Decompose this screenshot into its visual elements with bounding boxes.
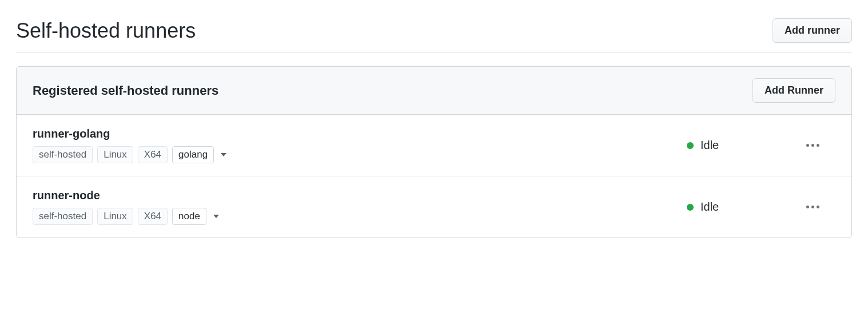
status-dot-icon bbox=[687, 204, 694, 211]
runner-status: Idle bbox=[687, 200, 790, 214]
runner-tags: self-hosted Linux X64 golang bbox=[33, 146, 687, 163]
runner-custom-tag-dropdown[interactable]: node bbox=[172, 208, 206, 225]
runner-actions-menu[interactable] bbox=[790, 206, 835, 208]
caret-down-icon[interactable] bbox=[213, 215, 219, 218]
runner-name: runner-golang bbox=[33, 127, 687, 140]
kebab-icon bbox=[806, 206, 819, 208]
runner-main: runner-golang self-hosted Linux X64 gola… bbox=[33, 127, 687, 163]
runner-tag: X64 bbox=[138, 208, 168, 225]
status-text: Idle bbox=[700, 139, 719, 152]
kebab-icon bbox=[806, 144, 819, 147]
runner-tag: self-hosted bbox=[33, 146, 93, 163]
runner-tag: X64 bbox=[138, 146, 168, 163]
runner-custom-tag-label: golang bbox=[178, 149, 208, 160]
runner-tag: Linux bbox=[97, 146, 133, 163]
page-header: Self-hosted runners Add runner bbox=[16, 18, 852, 53]
runner-tag: self-hosted bbox=[33, 208, 93, 225]
panel-header: Registered self-hosted runners Add Runne… bbox=[17, 67, 851, 115]
runner-tag: Linux bbox=[97, 208, 133, 225]
panel-header-title: Registered self-hosted runners bbox=[33, 83, 218, 98]
runner-main: runner-node self-hosted Linux X64 node bbox=[33, 189, 687, 225]
runner-row: runner-golang self-hosted Linux X64 gola… bbox=[17, 115, 851, 176]
page-title: Self-hosted runners bbox=[16, 19, 196, 43]
runners-panel: Registered self-hosted runners Add Runne… bbox=[16, 66, 852, 238]
caret-down-icon[interactable] bbox=[221, 153, 226, 156]
runner-actions-menu[interactable] bbox=[790, 144, 835, 147]
runner-tags: self-hosted Linux X64 node bbox=[33, 208, 687, 225]
runner-custom-tag-label: node bbox=[178, 211, 200, 222]
status-dot-icon bbox=[687, 142, 694, 149]
runner-row: runner-node self-hosted Linux X64 node I… bbox=[17, 176, 851, 238]
runner-name: runner-node bbox=[33, 189, 687, 202]
status-text: Idle bbox=[700, 200, 719, 214]
runner-custom-tag-dropdown[interactable]: golang bbox=[172, 146, 214, 163]
runner-status: Idle bbox=[687, 139, 790, 152]
add-runner-button-top[interactable]: Add runner bbox=[773, 18, 852, 43]
add-runner-button-panel[interactable]: Add Runner bbox=[752, 78, 835, 103]
